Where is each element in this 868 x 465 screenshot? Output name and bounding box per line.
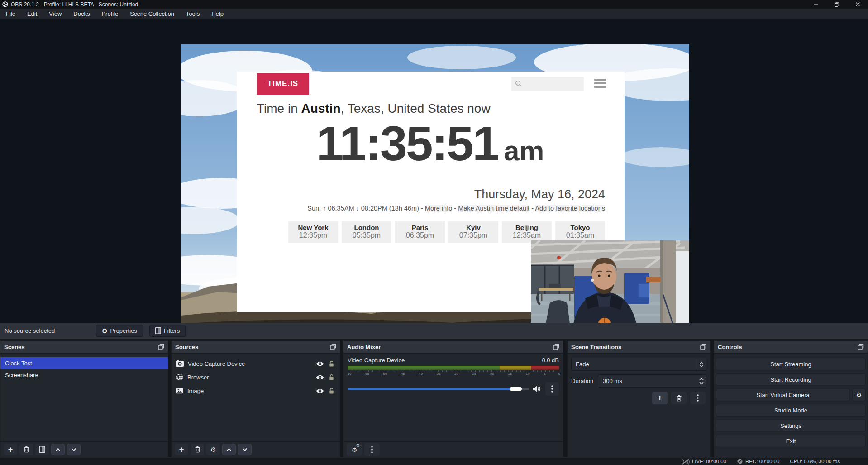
meter-tick-labels: -60-55-50-45-40-35-30-25-20-15-10-50	[346, 372, 560, 376]
visibility-eye-icon[interactable]	[315, 361, 324, 367]
unlock-icon[interactable]	[329, 374, 334, 381]
menu-edit[interactable]: Edit	[21, 9, 43, 19]
timeis-heading: Time in Austin, Texas, United States now	[257, 101, 491, 116]
source-item-browser[interactable]: Browser	[172, 370, 340, 384]
close-icon	[855, 2, 860, 7]
volume-slider[interactable]	[348, 386, 529, 392]
timeis-clock: 11:35:51am	[254, 115, 606, 172]
scene-transitions-panel: Scene Transitions Fade Duration 300 ms +	[567, 340, 711, 457]
timeis-sun-info: Sun: ↑ 06:35AM ↓ 08:20PM (13h 46m) - Mor…	[307, 205, 605, 212]
scene-move-up-button[interactable]	[51, 444, 65, 455]
mixer-title: Audio Mixer	[347, 344, 381, 350]
transition-properties-button[interactable]	[690, 392, 706, 404]
popout-icon	[858, 344, 864, 350]
source-properties-button[interactable]: ⚙	[206, 444, 220, 455]
menu-docks[interactable]: Docks	[67, 9, 95, 19]
scene-item-screenshare[interactable]: Screenshare	[0, 369, 168, 381]
scene-filters-button[interactable]	[35, 444, 49, 455]
speaker-icon[interactable]	[533, 385, 541, 393]
plus-icon: +	[179, 446, 184, 454]
filters-icon	[155, 327, 161, 334]
sources-toolbar: + ⚙	[172, 441, 340, 457]
dock-area: Scenes Clock Test Screenshare + Sourc	[0, 340, 868, 457]
exit-button[interactable]: Exit	[716, 435, 866, 447]
spin-down-icon[interactable]	[699, 382, 704, 384]
camera-icon	[176, 360, 184, 367]
unlock-icon[interactable]	[329, 360, 334, 367]
restore-icon	[834, 2, 839, 7]
add-scene-button[interactable]: +	[4, 444, 17, 455]
timeis-search-box	[511, 77, 584, 91]
globe-icon	[176, 374, 183, 381]
mixer-menu-button[interactable]	[364, 443, 380, 456]
gear-icon: ⚙	[210, 446, 216, 453]
unlock-icon[interactable]	[329, 388, 334, 394]
controls-panel-header: Controls	[714, 341, 868, 354]
volume-slider-handle[interactable]	[510, 387, 522, 391]
advanced-audio-button[interactable]: ⚙ ⚙	[347, 443, 362, 456]
duration-spinbox[interactable]: 300 ms	[598, 374, 706, 388]
studio-mode-button[interactable]: Studio Mode	[716, 404, 866, 417]
plus-icon: +	[8, 446, 13, 454]
remove-transition-button[interactable]	[671, 392, 687, 404]
mixer-volume-db: 0.0 dB	[542, 357, 559, 364]
menu-view[interactable]: View	[43, 9, 67, 19]
chevron-up-icon	[700, 362, 703, 364]
preview-canvas[interactable]: TIME.IS Time in Austin, Texas, United St…	[181, 44, 689, 330]
start-virtual-camera-button[interactable]: Start Virtual Camera	[716, 388, 850, 401]
source-move-up-button[interactable]	[222, 444, 236, 455]
menu-tools[interactable]: Tools	[180, 9, 205, 19]
trash-icon	[24, 446, 29, 453]
scene-move-down-button[interactable]	[67, 444, 81, 455]
source-move-down-button[interactable]	[238, 444, 252, 455]
mixer-channel-menu-button[interactable]	[545, 382, 559, 396]
chevron-up-icon	[55, 448, 61, 451]
timeis-logo: TIME.IS	[257, 73, 309, 95]
minimize-button[interactable]	[806, 0, 826, 9]
trash-icon	[676, 395, 682, 402]
transition-select[interactable]: Fade	[571, 358, 706, 371]
menu-help[interactable]: Help	[205, 9, 229, 19]
popout-icon	[158, 344, 164, 350]
add-transition-button[interactable]: +	[652, 392, 668, 404]
visibility-eye-icon[interactable]	[315, 388, 324, 394]
source-item-video-capture[interactable]: Video Capture Device	[172, 357, 340, 370]
trash-icon	[195, 446, 200, 453]
visibility-eye-icon[interactable]	[315, 374, 324, 380]
titlebar: OBS 29.1.2 - Profile: LLHLS BETA - Scene…	[0, 0, 868, 9]
scenes-toolbar: +	[0, 441, 168, 457]
filters-button[interactable]: Filters	[149, 325, 186, 337]
sources-title: Sources	[175, 344, 198, 350]
plus-icon: +	[658, 394, 663, 402]
city-kyiv: Kyiv07:35pm	[448, 221, 498, 243]
spin-up-icon[interactable]	[699, 378, 704, 380]
chevron-down-icon	[700, 365, 703, 367]
remove-scene-button[interactable]	[19, 444, 33, 455]
selected-source-toolbar: No source selected ⚙ Properties Filters	[0, 323, 868, 339]
combo-arrows[interactable]	[696, 358, 706, 370]
add-source-button[interactable]: +	[175, 444, 188, 455]
close-button[interactable]	[847, 0, 868, 9]
live-timecode: LIVE: 00:00:00	[692, 459, 726, 464]
start-recording-button[interactable]: Start Recording	[716, 373, 866, 386]
dots-vertical-icon	[697, 394, 699, 402]
menu-profile[interactable]: Profile	[95, 9, 124, 19]
webcam-source[interactable]	[531, 240, 689, 330]
virtual-camera-config-button[interactable]: ⚙	[852, 388, 866, 401]
start-streaming-button[interactable]: Start Streaming	[716, 358, 866, 370]
transitions-title: Scene Transitions	[571, 344, 621, 350]
source-item-image[interactable]: Image	[172, 384, 340, 398]
menu-file[interactable]: File	[0, 9, 21, 19]
statusbar: LIVE: 00:00:00 REC: 00:00:00 CPU: 0.6%, …	[0, 457, 868, 465]
menu-scene-collection[interactable]: Scene Collection	[124, 9, 180, 19]
record-inactive-icon	[737, 458, 743, 465]
maximize-button[interactable]	[826, 0, 847, 9]
properties-button[interactable]: ⚙ Properties	[96, 325, 143, 337]
scene-item-clock-test[interactable]: Clock Test	[0, 357, 168, 369]
make-default-link: Make Austin time default	[458, 205, 529, 212]
remove-source-button[interactable]	[191, 444, 204, 455]
obs-logo-icon	[2, 1, 8, 7]
settings-button[interactable]: Settings	[716, 419, 866, 432]
controls-title: Controls	[718, 344, 742, 350]
sources-panel-header: Sources	[172, 341, 340, 354]
